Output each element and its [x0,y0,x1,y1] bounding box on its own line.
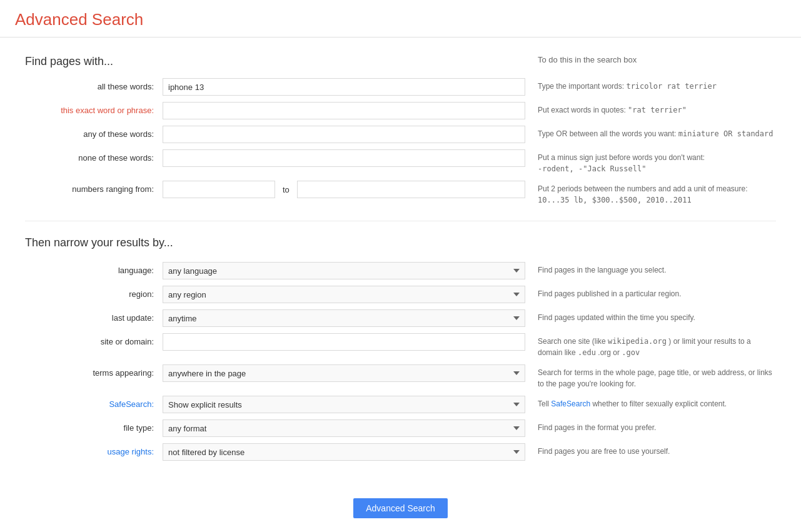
advanced-search-button[interactable]: Advanced Search [353,498,448,518]
numbers-left: numbers ranging from: to [25,181,525,198]
to-do-title: To do this in the search box [538,55,776,64]
usage-rights-left: usage rights: not filtered by license fr… [25,443,525,461]
section-divider [25,221,776,221]
last-update-select-wrap: anytime past 24 hours past week past mon… [163,309,525,327]
safesearch-label: SafeSearch: [25,396,163,413]
safesearch-link[interactable]: SafeSearch: [109,399,154,409]
exact-word-label: this exact word or phrase: [25,102,163,119]
any-of-these-row: any of these words: Type OR between all … [25,126,776,143]
region-label: region: [25,286,163,303]
exact-word-input[interactable] [163,102,525,119]
site-domain-row: site or domain: Search one site (like wi… [25,333,776,358]
last-update-row: last update: anytime past 24 hours past … [25,309,776,327]
usage-rights-select[interactable]: not filtered by license free to use or s… [163,443,525,461]
numbers-from-input[interactable] [163,181,275,198]
any-of-these-label: any of these words: [25,126,163,143]
site-domain-input[interactable] [163,333,525,351]
none-of-these-input-wrap [163,149,525,167]
to-label: to [275,185,297,194]
language-select[interactable]: any language English French German Japan… [163,262,525,279]
find-pages-title: Find pages with... [25,55,525,68]
region-select[interactable]: any region United States United Kingdom … [163,286,525,303]
none-of-these-row: none of these words: Put a minus sign ju… [25,149,776,174]
safesearch-select-wrap: Show explicit results Filter explicit re… [163,396,525,413]
any-of-these-hint: Type OR between all the words you want: … [525,126,776,139]
exact-word-left: this exact word or phrase: [25,102,525,119]
to-do-header: To do this in the search box [525,55,776,68]
last-update-hint: Find pages updated within the time you s… [525,309,776,323]
all-these-words-input-wrap [163,78,525,96]
page-header: Advanced Search [0,0,801,38]
exact-word-input-wrap [163,102,525,119]
region-hint: Find pages published in a particular reg… [525,286,776,299]
site-domain-hint: Search one site (like wikipedia.org ) or… [525,333,776,358]
language-left: language: any language English French Ge… [25,262,525,279]
safesearch-select[interactable]: Show explicit results Filter explicit re… [163,396,525,413]
file-type-select-wrap: any format Adobe Acrobat PDF (.pdf) Adob… [163,419,525,437]
none-of-these-label: none of these words: [25,149,163,167]
exact-word-hint: Put exact words in quotes: "rat terrier" [525,102,776,116]
all-these-words-left: all these words: [25,78,525,96]
narrow-results-title: Then narrow your results by... [25,236,776,249]
terms-appearing-row: terms appearing: anywhere in the page in… [25,364,776,389]
numbers-hint: Put 2 periods between the numbers and ad… [525,181,776,206]
language-label: language: [25,262,163,279]
main-content: Find pages with... To do this in the sea… [0,38,801,532]
site-domain-left: site or domain: [25,333,525,351]
none-of-these-left: none of these words: [25,149,525,167]
region-select-wrap: any region United States United Kingdom … [163,286,525,303]
page-title: Advanced Search [15,10,786,29]
none-of-these-hint: Put a minus sign just before words you d… [525,149,776,174]
usage-rights-hint: Find pages you are free to use yourself. [525,443,776,457]
narrow-results-header: Then narrow your results by... [25,236,776,249]
usage-rights-link[interactable]: usage rights: [108,447,154,456]
all-these-words-label: all these words: [25,78,163,96]
section-header-row: Find pages with... To do this in the sea… [25,55,776,68]
any-of-these-input-wrap [163,126,525,143]
terms-appearing-left: terms appearing: anywhere in the page in… [25,364,525,382]
all-these-words-input[interactable] [163,78,525,96]
safesearch-row: SafeSearch: Show explicit results Filter… [25,396,776,413]
numbers-label: numbers ranging from: [25,181,163,198]
last-update-label: last update: [25,309,163,327]
language-hint: Find pages in the language you select. [525,262,776,276]
last-update-left: last update: anytime past 24 hours past … [25,309,525,327]
terms-appearing-hint: Search for terms in the whole page, page… [525,364,776,389]
file-type-row: file type: any format Adobe Acrobat PDF … [25,419,776,437]
usage-rights-row: usage rights: not filtered by license fr… [25,443,776,461]
file-type-hint: Find pages in the format you prefer. [525,419,776,433]
numbers-inputs: to [163,181,525,198]
site-domain-label: site or domain: [25,333,163,351]
region-left: region: any region United States United … [25,286,525,303]
region-row: region: any region United States United … [25,286,776,303]
language-select-wrap: any language English French German Japan… [163,262,525,279]
language-row: language: any language English French Ge… [25,262,776,279]
file-type-select[interactable]: any format Adobe Acrobat PDF (.pdf) Adob… [163,419,525,437]
numbers-row: numbers ranging from: to Put 2 periods b… [25,181,776,206]
usage-rights-select-wrap: not filtered by license free to use or s… [163,443,525,461]
numbers-to-input[interactable] [297,181,525,198]
find-pages-header: Find pages with... [25,55,525,68]
safesearch-left: SafeSearch: Show explicit results Filter… [25,396,525,413]
last-update-select[interactable]: anytime past 24 hours past week past mon… [163,309,525,327]
file-type-left: file type: any format Adobe Acrobat PDF … [25,419,525,437]
none-of-these-input[interactable] [163,149,525,167]
site-domain-input-wrap [163,333,525,351]
usage-rights-label: usage rights: [25,443,163,461]
terms-appearing-label: terms appearing: [25,364,163,382]
button-row: Advanced Search [25,479,776,518]
exact-word-row: this exact word or phrase: Put exact wor… [25,102,776,119]
all-these-words-row: all these words: Type the important word… [25,78,776,96]
terms-appearing-select-wrap: anywhere in the page in the title of the… [163,364,525,382]
terms-appearing-select[interactable]: anywhere in the page in the title of the… [163,364,525,382]
file-type-label: file type: [25,419,163,437]
all-these-words-hint: Type the important words: tricolor rat t… [525,78,776,92]
any-of-these-left: any of these words: [25,126,525,143]
safesearch-hint: Tell SafeSearch whether to filter sexual… [525,396,776,409]
any-of-these-input[interactable] [163,126,525,143]
